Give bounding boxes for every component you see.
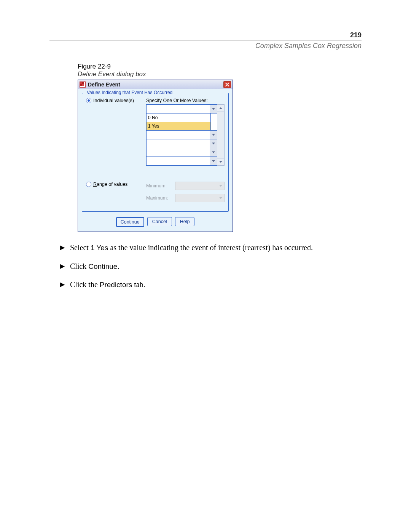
- continue-button[interactable]: Continue: [116, 217, 144, 227]
- dialog-button-row: Continue Cancel Help: [82, 217, 229, 227]
- radio-range-of-values[interactable]: Range of values: [86, 182, 139, 187]
- radio-range-label: Range of values: [93, 182, 127, 187]
- chevron-down-icon: [219, 197, 222, 199]
- dropdown-button-disabled: [217, 194, 224, 202]
- dropdown-button[interactable]: [210, 139, 217, 148]
- triangle-bullet-icon: ▶: [60, 262, 65, 273]
- dropdown-button[interactable]: [210, 157, 217, 165]
- chevron-down-icon: [212, 142, 215, 145]
- instruction-text: Click the Predictors tab.: [70, 279, 145, 291]
- values-cell: [147, 105, 210, 113]
- chevron-down-icon: [212, 151, 215, 153]
- chevron-down-icon: [219, 185, 222, 187]
- chevron-down-icon: [212, 108, 215, 110]
- scroll-down-button[interactable]: [217, 158, 224, 165]
- chapter-title: Complex Samples Cox Regression: [49, 42, 362, 50]
- help-button[interactable]: Help: [175, 217, 195, 226]
- values-scrollbar[interactable]: [217, 104, 225, 166]
- instruction-text: Select 1 Yes as the value indicating the…: [70, 242, 313, 254]
- values-grid: 0 No 1 Yes: [146, 104, 217, 166]
- specify-values-label: Specify One Or More Values:: [146, 98, 225, 103]
- radio-individual-values[interactable]: Individual values(s): [86, 98, 139, 103]
- triangle-bullet-icon: ▶: [60, 280, 65, 292]
- values-row-5[interactable]: [147, 157, 217, 165]
- dialog-titlebar: Define Event: [78, 80, 233, 89]
- scroll-up-button[interactable]: [217, 105, 224, 112]
- chevron-down-icon: [212, 134, 215, 136]
- dropdown-option-0-no[interactable]: 0 No: [147, 113, 210, 122]
- close-button[interactable]: [223, 81, 231, 88]
- fieldset-legend: Values Indicating that Event Has Occurre…: [85, 90, 174, 95]
- dialog-title: Define Event: [88, 81, 223, 88]
- chevron-down-icon: [219, 161, 222, 163]
- dropdown-button[interactable]: [210, 131, 217, 139]
- scroll-track[interactable]: [217, 112, 224, 158]
- radio-dot-icon: [86, 98, 91, 103]
- fieldset-values-indicating-event: Values Indicating that Event Has Occurre…: [82, 93, 229, 212]
- triangle-bullet-icon: ▶: [60, 243, 65, 255]
- header-rule: [49, 40, 362, 40]
- instruction-text: Click Continue.: [70, 260, 119, 272]
- instruction-item: ▶ Select 1 Yes as the value indicating t…: [60, 242, 362, 254]
- dropdown-button-disabled: [217, 182, 224, 190]
- radio-dot-icon: [86, 182, 91, 187]
- dropdown-menu: 0 No 1 Yes: [146, 113, 211, 131]
- close-icon: [225, 83, 229, 86]
- values-row-4[interactable]: [147, 148, 217, 157]
- maximum-row: Maximum:: [146, 194, 225, 202]
- cancel-button[interactable]: Cancel: [147, 217, 172, 226]
- minimum-label: Minimum:: [146, 183, 171, 189]
- instruction-item: ▶ Click Continue.: [60, 260, 362, 272]
- instruction-item: ▶ Click the Predictors tab.: [60, 279, 362, 291]
- values-row-1[interactable]: 0 No 1 Yes: [147, 105, 217, 113]
- chevron-down-icon: [212, 160, 215, 162]
- app-icon: [80, 81, 86, 88]
- figure-caption: Define Event dialog box: [78, 70, 362, 78]
- maximum-label: Maximum:: [146, 195, 171, 201]
- dropdown-option-1-yes[interactable]: 1 Yes: [147, 122, 210, 130]
- figure-label: Figure 22-9: [78, 63, 362, 70]
- values-row-2[interactable]: [147, 131, 217, 139]
- dropdown-button[interactable]: [210, 105, 217, 113]
- radio-individual-label: Individual values(s): [93, 98, 134, 103]
- minimum-combo: [175, 182, 225, 190]
- chevron-up-icon: [219, 107, 222, 109]
- values-row-3[interactable]: [147, 139, 217, 148]
- minimum-row: Minimum:: [146, 182, 225, 190]
- instructions-list: ▶ Select 1 Yes as the value indicating t…: [60, 242, 362, 291]
- dropdown-button[interactable]: [210, 148, 217, 157]
- define-event-dialog: Define Event Values Indicating that Even…: [78, 80, 233, 232]
- maximum-combo: [175, 194, 225, 202]
- page-number: 219: [49, 31, 362, 39]
